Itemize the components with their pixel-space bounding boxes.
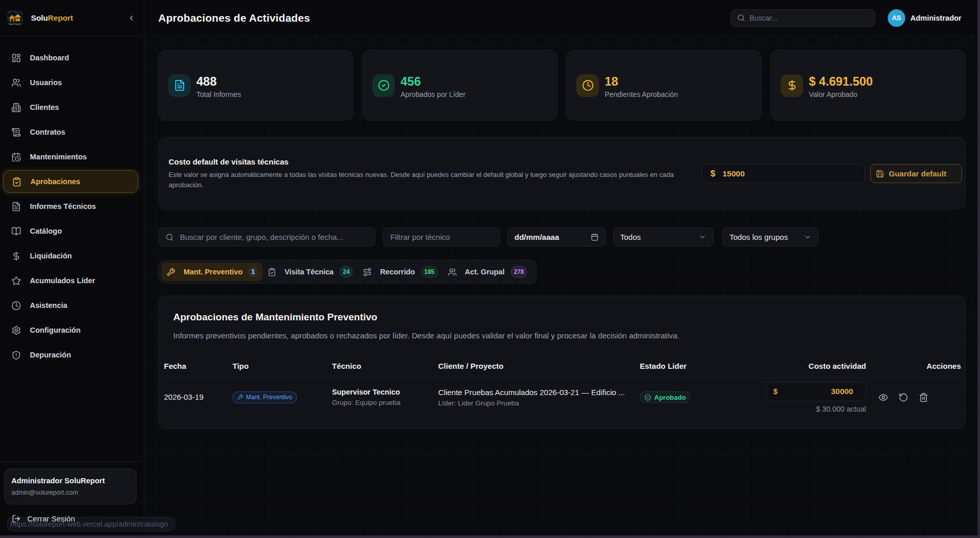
svg-text:Solu Report: Solu Report xyxy=(9,23,21,25)
